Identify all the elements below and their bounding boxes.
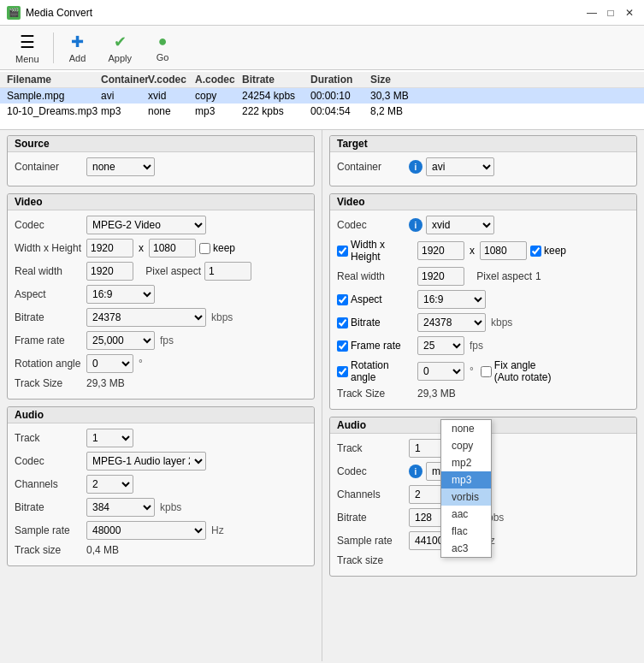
- source-aspect-select[interactable]: 16:94:3auto: [86, 285, 155, 304]
- source-framerate-label: Frame rate: [15, 334, 83, 346]
- source-codec-label: Codec: [15, 219, 83, 231]
- source-video-title: Video: [8, 194, 314, 210]
- target-framerate-checkbox[interactable]: [337, 340, 348, 352]
- target-container-info-icon[interactable]: i: [409, 160, 422, 174]
- target-height-input[interactable]: [480, 241, 527, 260]
- row2-filename: 10-10_Dreams.mp3: [7, 105, 101, 117]
- source-codec-row: Codec MPEG-2 Videoxvidh264none: [15, 216, 307, 234]
- source-audio-title: Audio: [8, 407, 314, 423]
- apply-icon: ✔: [114, 33, 127, 51]
- source-codec-select[interactable]: MPEG-2 Videoxvidh264none: [86, 216, 206, 234]
- source-abitrate-select[interactable]: 384128192: [86, 498, 155, 517]
- target-bitrate-checkbox[interactable]: [337, 317, 348, 329]
- row2-size: 8,2 MB: [370, 105, 422, 117]
- source-video-group: Video Codec MPEG-2 Videoxvidh264none Wid…: [7, 193, 315, 400]
- toolbar: ☰ Menu ✚ Add ✔ Apply ● Go: [0, 26, 644, 70]
- source-bitrate-select[interactable]: 2437880004000: [86, 308, 206, 327]
- source-bitrate-unit: kbps: [211, 311, 233, 323]
- target-rotation-select[interactable]: 090180270: [417, 362, 464, 381]
- source-samplerate-unit: Hz: [211, 524, 224, 536]
- source-pixelaspect-input[interactable]: [204, 262, 251, 281]
- source-channels-select[interactable]: 216: [86, 475, 133, 494]
- apply-button[interactable]: ✔ Apply: [100, 29, 141, 67]
- header-duration: Duration: [310, 74, 370, 86]
- header-container: Container: [101, 74, 148, 86]
- target-keep-label: keep: [544, 245, 566, 257]
- target-realwidth-input[interactable]: [417, 267, 464, 286]
- menu-button[interactable]: ☰ Menu: [7, 28, 48, 68]
- target-rotation-check[interactable]: Rotation angle: [337, 359, 414, 383]
- header-vcodec: V.codec: [148, 74, 195, 86]
- target-codec-select[interactable]: xvidh264mpeg2none: [426, 216, 494, 234]
- audio-codec-dropdown[interactable]: none copy mp2 mp3 vorbis aac flac ac3: [440, 419, 492, 558]
- add-icon: ✚: [71, 33, 84, 51]
- source-tracksize-row: Track Size 29,3 MB: [15, 377, 307, 389]
- source-panel: Source Container noneavimp4mkv Video Cod…: [0, 130, 322, 661]
- toolbar-divider-1: [53, 33, 54, 63]
- dropdown-item-copy[interactable]: copy: [441, 437, 491, 454]
- file-list-row[interactable]: 10-10_Dreams.mp3 mp3 none mp3 222 kpbs 0…: [0, 104, 644, 119]
- target-keep-checkbox[interactable]: [530, 246, 541, 257]
- dropdown-item-vorbis[interactable]: vorbis: [441, 488, 491, 506]
- target-group-title: Target: [330, 136, 636, 152]
- source-height-input[interactable]: [149, 239, 196, 258]
- go-button[interactable]: ● Go: [144, 29, 181, 66]
- main-content: Source Container noneavimp4mkv Video Cod…: [0, 130, 644, 661]
- target-abitrate-label: Bitrate: [337, 512, 405, 524]
- dropdown-item-mp2[interactable]: mp2: [441, 454, 491, 471]
- target-fixangle-checkbox[interactable]: [481, 366, 492, 377]
- dropdown-item-aac[interactable]: aac: [441, 506, 491, 523]
- target-framerate-label: Frame rate: [351, 340, 401, 352]
- dropdown-item-ac3[interactable]: ac3: [441, 540, 491, 557]
- source-container-select[interactable]: noneavimp4mkv: [86, 157, 155, 176]
- target-aspect-row: Aspect 16:94:3auto: [337, 290, 629, 309]
- target-acodec-info-icon[interactable]: i: [409, 465, 422, 478]
- target-wh-checkbox[interactable]: [337, 246, 348, 257]
- minimize-button[interactable]: —: [584, 5, 600, 21]
- target-keep-check[interactable]: keep: [530, 245, 566, 257]
- target-aspect-check[interactable]: Aspect: [337, 293, 414, 305]
- target-rotation-checkbox[interactable]: [337, 366, 348, 377]
- source-realwidth-row: Real width Pixel aspect: [15, 262, 307, 281]
- dropdown-item-none[interactable]: none: [441, 420, 491, 437]
- target-bitrate-select[interactable]: 2437880004000: [417, 313, 486, 332]
- source-abitrate-row: Bitrate 384128192 kpbs: [15, 498, 307, 517]
- app-icon: 🎬: [7, 6, 21, 20]
- target-framerate-select[interactable]: 252430: [417, 336, 464, 355]
- dropdown-item-flac[interactable]: flac: [441, 523, 491, 540]
- source-width-input[interactable]: [86, 239, 133, 258]
- target-track-label: Track: [337, 442, 405, 454]
- source-keep-check[interactable]: keep: [199, 242, 235, 254]
- source-framerate-select[interactable]: 25,00024,00030,000: [86, 331, 155, 350]
- target-bitrate-row: Bitrate 2437880004000 kbps: [337, 313, 629, 332]
- target-bitrate-label: Bitrate: [351, 317, 381, 329]
- target-codec-info-icon[interactable]: i: [409, 218, 422, 232]
- maximize-button[interactable]: □: [603, 5, 618, 21]
- target-container-select[interactable]: avimp4mkvmp3none: [426, 157, 494, 176]
- target-framerate-check[interactable]: Frame rate: [337, 340, 414, 352]
- target-aspect-select[interactable]: 16:94:3auto: [417, 290, 486, 309]
- source-rotation-label: Rotation angle: [15, 358, 83, 370]
- source-aspect-label: Aspect: [15, 288, 83, 300]
- source-wh-label: Width x Height: [15, 242, 83, 254]
- source-rotation-select[interactable]: 090180270: [86, 354, 133, 373]
- target-bitrate-check[interactable]: Bitrate: [337, 317, 414, 329]
- file-list-row[interactable]: Sample.mpg avi xvid copy 24254 kpbs 00:0…: [0, 88, 644, 104]
- target-aspect-checkbox[interactable]: [337, 294, 348, 305]
- dropdown-item-mp3[interactable]: mp3: [441, 471, 491, 488]
- source-acodec-select[interactable]: MPEG-1 Audio layer 2mp3aac: [86, 452, 206, 471]
- target-fixangle-check[interactable]: Fix angle (Auto rotate): [481, 359, 552, 383]
- source-container-row: Container noneavimp4mkv: [15, 157, 307, 176]
- row1-filename: Sample.mpg: [7, 90, 101, 102]
- source-keep-checkbox[interactable]: [199, 243, 210, 254]
- source-channels-label: Channels: [15, 478, 83, 490]
- source-realwidth-input[interactable]: [86, 262, 133, 281]
- menu-icon: ☰: [20, 32, 35, 52]
- close-button[interactable]: ✕: [622, 5, 637, 21]
- add-button[interactable]: ✚ Add: [59, 29, 97, 67]
- source-track-row: Track 12: [15, 429, 307, 447]
- target-wh-check[interactable]: Width x Height: [337, 239, 414, 263]
- source-samplerate-select[interactable]: 480004410022050: [86, 521, 206, 540]
- target-width-input[interactable]: [417, 241, 464, 260]
- source-track-select[interactable]: 12: [86, 429, 133, 447]
